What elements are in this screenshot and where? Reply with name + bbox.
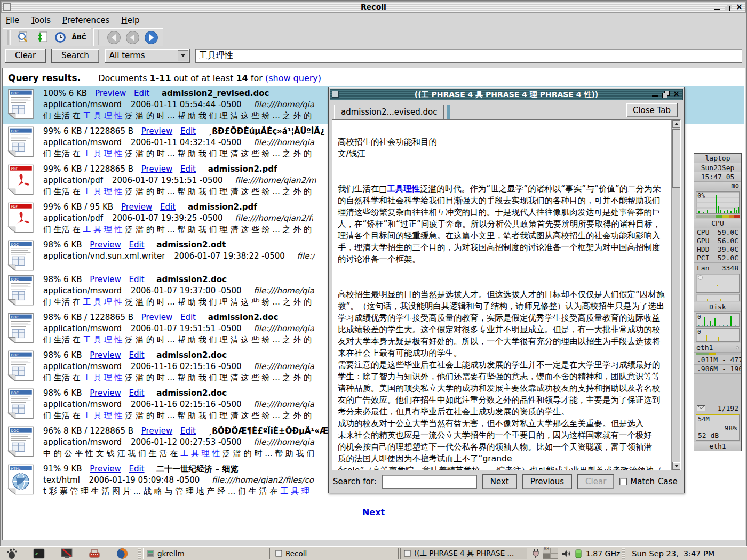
menubar: File Tools Preferences Help xyxy=(1,13,746,27)
search-input[interactable] xyxy=(195,49,742,63)
edit-link[interactable]: Edit xyxy=(180,313,196,322)
preview-scrollbar[interactable] xyxy=(671,120,680,470)
power-plug-icon[interactable] xyxy=(532,548,539,559)
sort-icon[interactable] xyxy=(33,30,50,45)
disk-chart-2[interactable]: 0 xyxy=(696,328,740,342)
typewriter-icon[interactable] xyxy=(89,548,100,559)
preview-document-text[interactable]: 高校招生的社会功能和目的 文/钱江 我们生活在□工具理性泛滥的时代。作为“世之显… xyxy=(332,120,671,470)
find-clear-button[interactable]: Clear xyxy=(577,474,614,489)
disk-chart-1[interactable]: 0 xyxy=(696,313,740,327)
preview-link[interactable]: Preview xyxy=(90,275,121,284)
display-kill-icon[interactable] xyxy=(61,548,73,559)
preview-link[interactable]: Preview xyxy=(95,89,126,98)
search-mode-select[interactable]: All terms xyxy=(105,49,190,63)
preview-maximize-icon[interactable] xyxy=(662,90,670,98)
task-button-recoll[interactable]: Recoll xyxy=(272,548,399,559)
search-button[interactable]: Search xyxy=(51,49,99,63)
svg-text:DOC: DOC xyxy=(11,129,19,133)
task-button-preview[interactable]: ((工 PHRASE 4 具 PHRASE ... xyxy=(400,548,527,559)
find-next-button[interactable]: Next xyxy=(482,474,517,489)
edit-link[interactable]: Edit xyxy=(160,202,176,212)
edit-link[interactable]: Edit xyxy=(129,464,145,474)
history-clock-icon[interactable] xyxy=(52,30,69,45)
snippet-highlight: 工 具 理 性 xyxy=(83,111,122,121)
match-case-checkbox[interactable] xyxy=(619,478,627,485)
preview-titlebar[interactable]: ((工 PHRASE 4 具 PHRASE 4 理 PHRASE 4 性)) × xyxy=(330,89,683,100)
menu-file[interactable]: File xyxy=(6,15,19,26)
preview-search-input[interactable] xyxy=(382,475,477,489)
preview-link[interactable]: Preview xyxy=(141,164,172,174)
clock-handle[interactable] xyxy=(622,548,625,559)
fan-knob[interactable] xyxy=(698,275,703,280)
result-datetime: 2006-01-12 00:27:53 -0500 xyxy=(131,437,242,447)
next-results-link[interactable]: Next xyxy=(3,507,744,517)
preview-link[interactable]: Preview xyxy=(90,240,121,250)
recoll-titlebar[interactable]: Recoll × xyxy=(1,1,746,13)
maximize-icon[interactable] xyxy=(724,3,732,11)
prev-page-icon[interactable] xyxy=(124,30,141,45)
next-page-icon[interactable] xyxy=(142,30,160,45)
volume-icon[interactable] xyxy=(561,549,571,558)
find-previous-button[interactable]: Previous xyxy=(522,474,572,489)
svg-text:DOC: DOC xyxy=(11,353,19,357)
firefox-icon[interactable] xyxy=(116,548,128,559)
temp-label: GPU xyxy=(697,237,709,245)
terminal-icon[interactable]: >_ xyxy=(33,548,45,559)
scroll-up-icon[interactable] xyxy=(672,120,680,128)
svg-text:DOC: DOC xyxy=(11,91,19,95)
task-button-gkrellm[interactable]: gkrellm xyxy=(143,548,270,559)
edit-link[interactable]: Edit xyxy=(180,126,196,136)
result-line-meta: text/html 2006-01-19 05:09:48 -0500 file… xyxy=(43,475,314,486)
menu-help[interactable]: Help xyxy=(121,15,139,26)
meter-combo[interactable]: 54M 98% 52 dB xyxy=(696,414,740,441)
first-page-icon[interactable] xyxy=(105,30,122,45)
preview-link[interactable]: Preview xyxy=(141,426,172,436)
result-snippet: 们 生活 在 工 具 理 性 泛 滥 的 时 ... 帮 助 我 们 理 清 这… xyxy=(43,110,314,122)
menu-preferences[interactable]: Preferences xyxy=(62,15,109,26)
match-case-option[interactable]: Match Case xyxy=(619,477,678,486)
preview-tab[interactable]: admission2...evised.doc xyxy=(334,105,444,119)
preview-link[interactable]: Preview xyxy=(121,202,152,212)
edit-link[interactable]: Edit xyxy=(180,426,196,436)
result-line-main: 99% 6 KB / 1228865 B Preview Edit ¸ßÐ£ÕÐ… xyxy=(43,126,325,137)
gkrellm-panel[interactable]: laptop Sun23Sep 15:47 05 mo 0% CPU CPU59… xyxy=(694,153,742,451)
preview-link[interactable]: Preview xyxy=(141,313,172,322)
fan-chart[interactable] xyxy=(696,274,740,293)
advanced-search-icon[interactable] xyxy=(14,30,31,45)
preview-minimize-icon[interactable] xyxy=(651,90,659,98)
preview-link[interactable]: Preview xyxy=(90,388,121,398)
preview-close-icon[interactable]: × xyxy=(672,90,680,98)
scroll-down-icon[interactable] xyxy=(672,462,680,470)
window-icon xyxy=(404,550,411,557)
preview-link[interactable]: Preview xyxy=(90,350,121,360)
cpu-battery-icon[interactable] xyxy=(574,549,583,558)
result-datetime: 2006-01-11 04:32:14 -0500 xyxy=(131,138,242,147)
scrollbar-thumb[interactable] xyxy=(672,129,680,188)
close-tab-button[interactable]: Close Tab xyxy=(626,103,678,117)
result-line-meta: application/msword 2006-11-16 02:15:16 -… xyxy=(43,361,314,372)
clear-button[interactable]: Clear xyxy=(5,49,46,63)
close-icon[interactable]: × xyxy=(735,3,743,11)
term-explorer-icon[interactable]: ÅBĈ xyxy=(70,30,88,45)
mail-monitor[interactable]: 1/192 xyxy=(694,404,741,413)
taskbar-handle[interactable] xyxy=(138,548,141,559)
gnome-menu-icon[interactable] xyxy=(5,548,17,559)
preview-link[interactable]: Preview xyxy=(90,464,121,474)
workspace-pager[interactable] xyxy=(543,548,558,559)
edit-link[interactable]: Edit xyxy=(129,388,145,398)
minimize-icon[interactable] xyxy=(713,3,721,11)
show-query-link[interactable]: (show query) xyxy=(265,73,321,83)
edit-link[interactable]: Edit xyxy=(134,89,149,98)
result-line-main: 99% 6 KB / 1228865 B Preview Edit admiss… xyxy=(43,164,316,175)
preview-link[interactable]: Preview xyxy=(141,126,172,136)
tab-accent xyxy=(447,105,450,119)
cpu-chart[interactable]: 0% xyxy=(696,191,740,214)
edit-link[interactable]: Edit xyxy=(129,275,145,284)
edit-link[interactable]: Edit xyxy=(180,164,196,174)
edit-link[interactable]: Edit xyxy=(129,350,145,360)
chevron-down-icon[interactable] xyxy=(178,50,188,61)
menu-tools[interactable]: Tools xyxy=(31,15,51,26)
snippet-highlight: 工 具 理 性 xyxy=(83,149,122,158)
result-filename: 二十一世纪经济 – 细览 xyxy=(156,464,238,474)
edit-link[interactable]: Edit xyxy=(129,240,145,250)
